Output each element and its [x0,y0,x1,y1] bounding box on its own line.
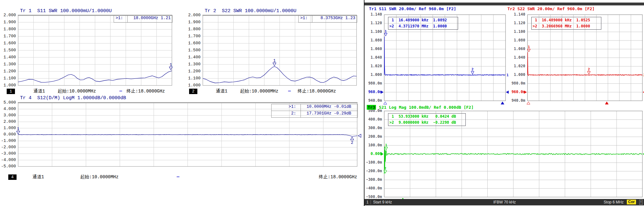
y-tick-label: 4.000 [0,107,16,111]
y-tick-label: 2.000 [0,119,16,124]
dual-vna-screenshot: 1112 1 通道1 起始:10.0000MHz — 终止:18.0000GHz… [0,0,644,206]
y-tick-label: 1.600 [0,41,16,46]
y-tick-label: -200.0m [365,169,382,173]
marker-value: 8.3753GHz 1.23 [312,16,355,22]
marker-value: 17.7301GHz -0.29dB [301,111,351,117]
y-tick-label: 1.400 [184,55,201,60]
chart-title: Tr 4 S12(D/M) LogM 1.0000dB/0.0000dB [20,95,126,101]
ref-level-right-triangle [643,152,644,156]
right-analyzer-screen: 12112212 1 Start 9 kHz IFBW 70 kHz Stop … [364,0,644,206]
y-tick-label: 1.080 [509,38,525,42]
channel-number-badge: 2 [189,89,197,94]
y-tick-label: 940.0m [509,98,525,103]
y-tick-label: 1.120 [509,21,525,25]
y-tick-label: 1.900 [184,20,201,25]
y-tick-label: 960.0m [509,90,525,94]
y-tick-label: 2.000 [184,13,201,18]
trace-chip: Tr3 [367,105,376,110]
stimulus-triangle [384,102,387,104]
marker-readout: >1:18.0000GHz 1.21 [114,15,173,23]
cor-badge: Cor [627,200,636,204]
y-tick-label: 1.200 [0,69,16,74]
channel-label-row: 1 通道1 起始:10.0000MHz — 终止:18.0000GHz 2 通道… [0,88,364,95]
status-bar: 1 Start 9 kHz IFBW 70 kHz Stop 6 MHz Cor… [364,199,644,205]
y-tick-label: -1.000 [0,138,16,143]
start-frequency-label: 起始:10.0000MHz [80,174,118,180]
y-tick-label: 1.020 [509,64,525,68]
marker-number: 1 [385,29,387,33]
stimulus-triangle [527,102,530,104]
y-tick-label: 1.600 [184,41,201,46]
marker-readout-row: >1:10.0000MHz -0.01dB [272,104,357,111]
y-tick-label: 1.000 [0,83,16,88]
y-tick-label: 1.400 [0,55,16,60]
marker-readout: 1 16.489000 kHz 1.0892>2 4.3711970 MHz 1… [388,17,458,30]
marker-readout-row: 1 16.489000 kHz 1.0525 [532,17,601,23]
y-tick-label: 940.0m [365,98,382,103]
marker-readout-row: >2 3.2066960 MHz 1.0000 [532,23,601,29]
y-tick-label: -300.0m [365,177,382,182]
stop-frequency-label: 终止:18.0000GHz [298,88,336,94]
marker-readout: 1 53.933000 kHz 0.0424 dB>2 9.0000000 kH… [388,113,466,126]
y-tick-label: -100.0m [365,160,382,165]
y-tick-label: -2.000 [0,145,16,150]
y-tick-label: 1.020 [365,64,382,68]
stimulus-triangle [501,102,504,104]
trace-end-number: 1 [506,73,509,77]
stimulus-triangle [605,102,608,104]
y-tick-label: -3.000 [0,151,16,156]
y-tick-label: 1.140 [509,12,525,17]
y-tick-label: 3.000 [0,113,16,118]
ifbw-label: IFBW 70 kHz [493,199,516,205]
left-analyzer-screen: 1112 1 通道1 起始:10.0000MHz — 终止:18.0000GHz… [0,0,364,206]
marker-number: 2 [384,166,386,171]
y-tick-label: 1.300 [0,62,16,67]
stop-frequency-label: 终止:18.0000GHz [317,174,357,180]
y-tick-label: 1.100 [0,76,16,81]
y-tick-label: 1.040 [509,55,525,60]
marker-triangle [587,71,590,74]
y-tick-label: -4.000 [0,158,16,162]
y-tick-label: 1.000 [184,83,201,88]
ref-level-right-triangle [506,91,509,94]
marker-number: 2 [351,140,353,145]
trace-color-dash: — [177,174,179,179]
active-channel-indicator: 1 [366,199,369,205]
marker-number: 1 [528,45,530,49]
y-tick-label: 400.0m [365,117,382,121]
marker-readout-row: 2:17.7301GHz -0.29dB [272,111,357,117]
y-tick-label: 1.000 [509,72,525,77]
y-tick-label: 0.000 [0,132,16,137]
start-frequency-label: 起始:10.0000MHz [240,88,278,94]
y-tick-label: 1.040 [365,55,382,60]
marker-readout-row: >2 4.3711970 MHz 1.0000 [388,23,458,29]
chart-title: Tr 2 S22 SWR 100.0000mU/1.0000U [205,8,296,14]
y-tick-label: 1.300 [184,62,201,67]
y-tick-label: 1.100 [184,76,201,81]
channel-number-badge: 4 [8,174,17,180]
y-tick-label: 1.800 [0,27,16,32]
marker-number: 1 [273,58,276,63]
y-tick-label: 0.000 [365,151,382,156]
marker-readout-row: >2 9.0000000 kHz -0.2298 dB [388,120,465,126]
y-tick-label: 2.000 [0,13,16,18]
warning-badge: ! [639,200,643,205]
trace-end-triangle [358,134,361,137]
marker-number: 2 [588,67,590,71]
y-tick-label: 1.060 [509,47,525,51]
start-frequency-label: 起始:10.0000MHz [58,88,96,94]
marker-readout: >1: 8.3753GHz 1.23 [298,15,357,23]
channel-name: 通道1 [33,88,45,94]
chart-tr1_left: 1 [18,15,173,85]
y-tick-label: 960.0m [365,90,382,94]
y-tick-label: 1.000 [365,72,382,77]
y-tick-label: 1.500 [184,48,201,53]
marker-number: 1 [385,143,387,147]
marker-triangle [350,137,354,140]
y-tick-label: 1.120 [365,21,382,25]
y-tick-label: 1.100 [509,29,525,34]
marker-readout-row: >1: 8.3753GHz 1.23 [299,16,357,22]
marker-number: 1 [170,63,172,67]
marker-readout-row: >1:18.0000GHz 1.21 [114,16,172,22]
channel-name: 通道1 [32,174,44,180]
